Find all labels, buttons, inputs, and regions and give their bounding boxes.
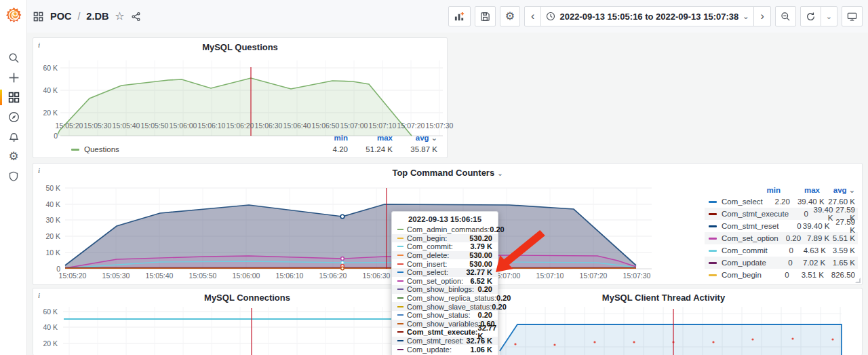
legend-sort-min[interactable]: min [749, 186, 781, 194]
sidebar: ⚙ [0, 0, 27, 355]
refresh-group: ⌄ [800, 6, 837, 26]
tooltip-row: Com_begin:530.20 [392, 234, 498, 243]
dashboard-settings-button[interactable]: ⚙ [500, 6, 520, 26]
x-tick: 15:06:30 [254, 122, 283, 130]
x-tick: 15:05:50 [140, 122, 169, 130]
refresh-interval-button[interactable]: ⌄ [821, 6, 837, 26]
legend-sort-max[interactable]: max [348, 134, 393, 142]
series-avg: 3.59 K [826, 246, 858, 255]
legend-row: Questions 4.20 51.24 K 35.87 K [71, 145, 437, 153]
add-panel-button[interactable] [448, 6, 471, 26]
time-shift-forward-button[interactable]: › [753, 6, 770, 26]
series-max: 7.02 K [793, 259, 826, 267]
sidebar-item-dashboards[interactable] [0, 88, 27, 107]
sidebar-item-explore[interactable] [0, 107, 27, 127]
y-tick: 10 K [35, 248, 60, 257]
x-tick: 15:05:40 [144, 272, 174, 280]
sidebar-item-configuration[interactable]: ⚙ [0, 147, 27, 166]
series-label[interactable]: Com_update [722, 259, 766, 267]
legend-row: Com_set_option 0.207.89 K5.51 K [705, 232, 858, 244]
series-label[interactable]: Com_begin [722, 271, 762, 279]
series-swatch [397, 288, 403, 290]
time-range-picker[interactable]: 2022-09-13 15:05:16 to 2022-09-13 15:07:… [540, 6, 754, 26]
star-icon[interactable]: ☆ [115, 11, 124, 22]
threads-area-fill [500, 324, 842, 355]
tooltip-row: Com_select:32.77 K [392, 268, 498, 277]
sidebar-item-server-admin[interactable] [0, 166, 27, 186]
series-swatch [397, 263, 403, 265]
series-swatch [397, 255, 403, 256]
x-tick: 15:06:50 [311, 122, 340, 130]
legend-sort-avg[interactable]: avg ⌄ [393, 134, 437, 142]
compass-icon [8, 111, 20, 123]
x-tick: 15:05:40 [112, 122, 140, 130]
breadcrumb-separator: / [77, 11, 80, 22]
series-label[interactable]: Com_commit [722, 246, 768, 255]
monitor-icon [847, 12, 857, 22]
chevron-down-icon: ⌄ [743, 13, 749, 20]
series-swatch [397, 349, 403, 350]
dashboard-grid-icon [33, 11, 44, 22]
series-min: 0 [768, 246, 793, 255]
grafana-logo-icon[interactable] [5, 6, 23, 24]
x-tick: 15:06:10 [197, 122, 226, 130]
series-min: 4.20 [310, 145, 348, 153]
tooltip-row: Com_delete:530.00 [392, 251, 498, 260]
series-label[interactable]: Com_stmt_execute [722, 210, 789, 218]
y-tick: 0 [35, 132, 58, 140]
y-tick: 20 K [35, 109, 58, 117]
threads-chart[interactable] [465, 288, 863, 355]
series-min: 0 [789, 210, 808, 218]
series-label[interactable]: Questions [84, 145, 310, 153]
tooltip-row: Com_update:1.06 K [392, 345, 498, 354]
legend-sort-min[interactable]: min [310, 134, 348, 142]
series-min: 0 [766, 259, 793, 267]
share-icon[interactable] [131, 11, 142, 22]
legend-row: Com_stmt_reset 039.40 K27.59 K [705, 220, 858, 232]
time-shift-back-button[interactable]: ‹ [524, 6, 541, 26]
series-max: 7.89 K [801, 234, 829, 242]
legend-sort-max[interactable]: max [781, 186, 820, 194]
tooltip-row: Com_show_slave_status:0.20 [392, 302, 498, 311]
series-swatch [709, 225, 717, 227]
x-tick: 15:06:40 [283, 122, 311, 130]
save-dashboard-button[interactable] [475, 6, 496, 26]
tooltip-row: Com_show_replica_status:0.20 [392, 294, 498, 303]
plus-icon [8, 72, 20, 83]
y-tick: 60 K [35, 307, 58, 316]
series-swatch [709, 262, 717, 264]
x-tick: 15:07:20 [578, 272, 608, 280]
shield-icon [8, 171, 19, 182]
legend-header: min max avg ⌄ [310, 134, 437, 142]
x-tick: 15:07:20 [397, 122, 425, 130]
series-avg: 27.60 K [825, 198, 858, 206]
zoom-out-icon [781, 12, 791, 22]
x-tick: 15:06:00 [231, 272, 261, 280]
series-label[interactable]: Com_set_option [722, 234, 778, 242]
tooltip-row: Com_show_status:0.20 [392, 311, 498, 320]
series-avg: 1.65 K [825, 259, 858, 267]
breadcrumb-dashboard[interactable]: 2.DB [86, 11, 108, 22]
series-swatch [397, 272, 403, 273]
zoom-out-button[interactable] [775, 6, 796, 26]
sidebar-item-search[interactable] [0, 48, 27, 68]
series-label[interactable]: Com_select [722, 198, 763, 206]
y-tick: 20 K [35, 232, 60, 240]
series-swatch [397, 340, 403, 341]
legend-sort-avg[interactable]: avg ⌄ [820, 186, 858, 194]
y-tick: 40 K [35, 86, 58, 94]
sidebar-item-alerting[interactable] [0, 127, 27, 147]
series-avg: 826.50 [824, 271, 858, 279]
cycle-view-mode-button[interactable] [842, 6, 863, 26]
series-swatch [709, 238, 717, 240]
tooltip-row: Com_show_binlogs:0.20 [392, 285, 498, 294]
breadcrumb-folder[interactable]: POC [50, 11, 71, 22]
series-swatch [709, 201, 717, 203]
tooltip-row: Com_set_option:6.52 K [392, 277, 498, 286]
series-label[interactable]: Com_stmt_reset [722, 222, 778, 230]
refresh-icon [806, 12, 816, 22]
legend-rows: Com_select 2.2039.40 K27.60 K Com_stmt_e… [705, 195, 858, 281]
series-max: 51.24 K [348, 145, 393, 153]
sidebar-item-create[interactable] [0, 68, 27, 88]
refresh-button[interactable] [800, 6, 821, 26]
